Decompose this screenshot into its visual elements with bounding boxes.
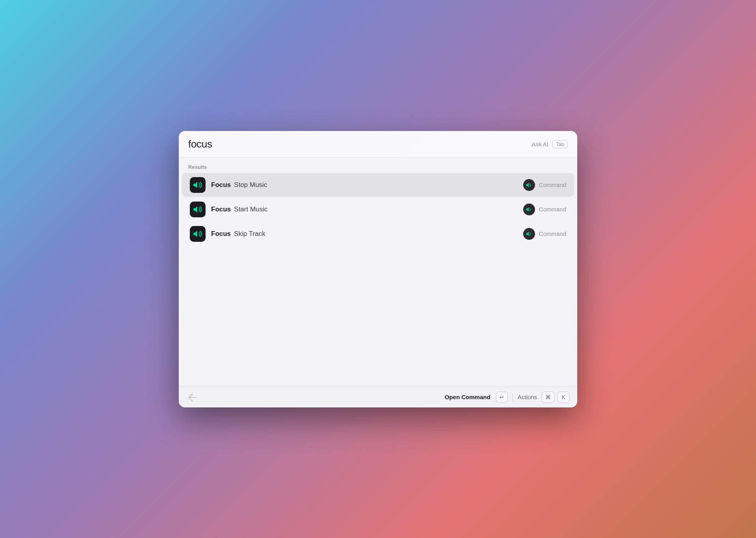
separator <box>513 394 513 401</box>
content-area: Results Focus Stop Music <box>179 158 577 387</box>
sound-icon-small-2 <box>526 206 533 213</box>
result-text-3: Focus Skip Track <box>211 230 523 238</box>
result-action-name-2: Start Music <box>234 205 268 213</box>
enter-key-badge[interactable]: ↵ <box>496 392 508 403</box>
raycast-icon <box>187 392 198 403</box>
result-text: Focus Start Music <box>211 205 523 213</box>
spotlight-window: focus Ask AI Tab Results Focus <box>179 131 577 407</box>
search-bar: focus Ask AI Tab <box>179 131 577 158</box>
focus-app-icon-2 <box>193 204 203 215</box>
command-icon-small-2 <box>523 204 535 215</box>
results-section-label: Results <box>179 164 577 173</box>
command-label-3: Command <box>539 230 566 237</box>
result-app-name: Focus <box>211 181 231 189</box>
result-item[interactable]: Focus Start Music Command <box>182 198 574 221</box>
open-command-text: Open Command <box>445 394 490 400</box>
sound-icon-small-3 <box>526 230 533 237</box>
result-item[interactable]: Focus Skip Track Command <box>182 222 574 246</box>
footer: Open Command ↵ Actions ⌘ K <box>179 387 577 407</box>
k-key-badge[interactable]: K <box>558 392 569 403</box>
app-icon-wrapper <box>190 202 206 217</box>
result-text: Focus Stop Music <box>211 181 523 189</box>
result-action-name: Stop Music <box>234 181 267 189</box>
result-right: Command <box>523 179 566 191</box>
focus-app-icon-3 <box>193 229 203 239</box>
actions-label: Actions <box>518 394 537 400</box>
command-icon-small-3 <box>523 228 535 240</box>
app-icon-wrapper <box>190 226 206 242</box>
result-action-name-3: Skip Track <box>234 230 265 238</box>
footer-left <box>187 392 198 403</box>
results-list: Focus Stop Music Command <box>179 173 577 246</box>
search-input[interactable]: focus <box>188 138 532 150</box>
tab-badge[interactable]: Tab <box>552 140 568 148</box>
result-item[interactable]: Focus Stop Music Command <box>182 173 574 197</box>
footer-right: Open Command ↵ Actions ⌘ K <box>445 392 569 403</box>
command-icon-small <box>523 179 535 191</box>
cmd-key-badge[interactable]: ⌘ <box>542 392 554 403</box>
command-label-2: Command <box>539 206 566 213</box>
search-actions: Ask AI Tab <box>532 140 568 148</box>
command-label-1: Command <box>539 181 566 188</box>
sound-icon-small <box>526 181 533 189</box>
result-right-3: Command <box>523 228 566 240</box>
focus-app-icon <box>193 180 203 190</box>
result-right-2: Command <box>523 204 566 215</box>
ask-ai-label[interactable]: Ask AI <box>532 141 549 148</box>
result-app-name-3: Focus <box>211 230 231 238</box>
result-app-name-2: Focus <box>211 205 231 213</box>
app-icon-wrapper <box>190 177 206 193</box>
